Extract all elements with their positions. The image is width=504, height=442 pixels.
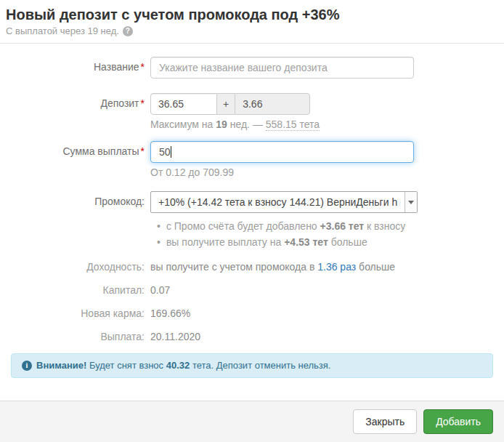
- promo-label: Промокод:: [11, 191, 150, 213]
- promo-note-add: с Промо счёта будет добавлено +3.66 тет …: [157, 220, 493, 233]
- question-mark-icon[interactable]: [123, 26, 133, 36]
- dialog-subtitle: С выплатой через 19 нед.: [6, 25, 493, 36]
- profit-multiplier: 1.36 раз: [317, 261, 356, 273]
- deposit-max-hint: Максимум на 19 нед. — 558.15 тета: [150, 118, 493, 131]
- required-asterisk: *: [141, 61, 145, 73]
- name-label: Название*: [11, 57, 150, 79]
- capital-row: Капитал: 0.07: [11, 284, 493, 297]
- dialog-title: Новый депозит с учетом промокода под +36…: [6, 5, 493, 24]
- info-circle-icon: [22, 361, 32, 371]
- required-asterisk: *: [141, 97, 145, 109]
- payout-field-row: Сумма выплаты* От 0.12 до 709.99: [11, 141, 493, 179]
- dialog-header: Новый депозит с учетом промокода под +36…: [0, 0, 504, 44]
- max-amount-link[interactable]: 558.15 тета: [266, 118, 320, 131]
- close-button[interactable]: Закрыть: [353, 409, 417, 434]
- deposit-input-group: +: [150, 93, 493, 115]
- karma-row: Новая карма: 169.66%: [11, 307, 493, 320]
- add-button[interactable]: Добавить: [423, 409, 493, 434]
- promo-selected-option: +10% (+14.42 тета к взносу 144.21) Верни…: [151, 192, 405, 212]
- deposit-amount-input[interactable]: [150, 93, 217, 115]
- deposit-label: Депозит*: [11, 93, 150, 131]
- promo-notes-list: с Промо счёта будет добавлено +3.66 тет …: [11, 220, 493, 249]
- profit-row: Доходность: вы получите с учетом промоко…: [11, 260, 493, 273]
- dialog-body: Название* Депозит* + Максимум на 19 нед.…: [0, 44, 504, 401]
- payout-label: Сумма выплаты*: [11, 141, 150, 179]
- promo-note-payout: вы получите выплату на +4.53 тет больше: [157, 236, 493, 249]
- deposit-promo-add-input: [235, 93, 310, 115]
- chevron-down-icon[interactable]: [405, 192, 417, 212]
- name-input[interactable]: [150, 57, 414, 79]
- promo-field-row: Промокод: +10% (+14.42 тета к взносу 144…: [11, 191, 493, 213]
- required-asterisk: *: [141, 145, 145, 157]
- new-deposit-dialog: Новый депозит с учетом промокода под +36…: [0, 0, 504, 442]
- deposit-field-row: Депозит* + Максимум на 19 нед. — 558.15 …: [11, 93, 493, 131]
- warning-alert: Внимание! Будет снят взнос 40.32 тета. Д…: [11, 353, 493, 378]
- subtitle-text: С выплатой через 19 нед.: [6, 25, 119, 36]
- payout-date-row: Выплата: 20.11.2020: [11, 330, 493, 343]
- plus-addon: +: [217, 93, 235, 115]
- payout-range-hint: От 0.12 до 709.99: [150, 166, 493, 179]
- payout-amount-input[interactable]: [150, 141, 414, 163]
- deposit-stats: Доходность: вы получите с учетом промоко…: [11, 260, 493, 343]
- promo-select[interactable]: +10% (+14.42 тета к взносу 144.21) Верни…: [150, 191, 418, 213]
- dialog-footer: Закрыть Добавить: [0, 401, 504, 442]
- name-field-row: Название*: [11, 57, 493, 79]
- text-caret: [171, 146, 171, 158]
